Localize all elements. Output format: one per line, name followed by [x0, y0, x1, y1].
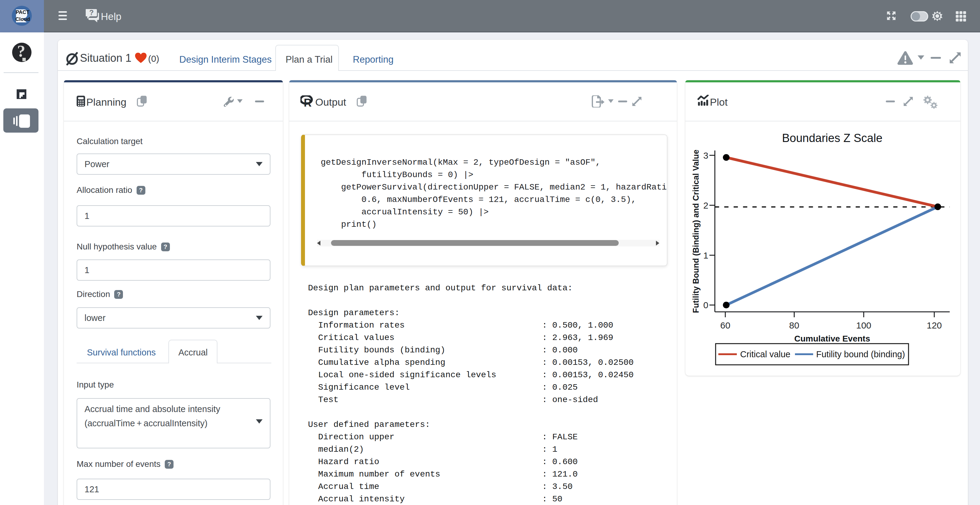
svg-text:PACT: PACT: [16, 10, 30, 15]
svg-text:Cumulative Events: Cumulative Events: [794, 334, 870, 343]
svg-text:Futility bound (binding): Futility bound (binding): [816, 349, 905, 359]
svg-text:R: R: [304, 97, 312, 107]
svg-text:2: 2: [703, 200, 708, 210]
svg-text:Boundaries Z Scale: Boundaries Z Scale: [782, 132, 883, 145]
svg-text:1: 1: [703, 250, 708, 260]
svg-text:Cloud: Cloud: [16, 16, 30, 22]
svg-text:Futility Bound (Binding) and C: Futility Bound (Binding) and Critical Va…: [691, 149, 700, 313]
svg-text:3: 3: [703, 151, 708, 160]
svg-text:120: 120: [927, 320, 942, 330]
svg-text:80: 80: [789, 320, 799, 330]
svg-text:100: 100: [856, 320, 871, 330]
svg-text:Critical value: Critical value: [740, 349, 791, 359]
svg-text:?: ?: [17, 42, 25, 60]
svg-text:0: 0: [703, 300, 708, 310]
svg-text:?: ?: [89, 8, 94, 17]
svg-text:60: 60: [720, 320, 730, 330]
